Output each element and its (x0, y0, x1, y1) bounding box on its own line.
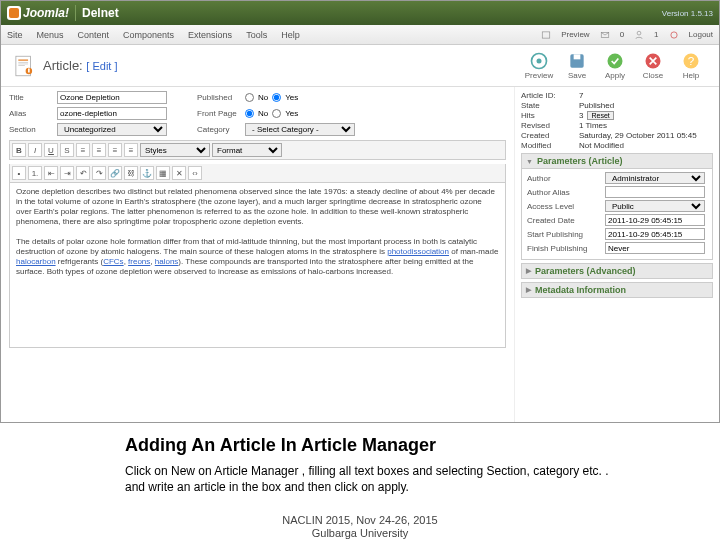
hits-value: 3 (579, 111, 583, 120)
svg-rect-0 (542, 31, 550, 37)
svg-point-15 (608, 54, 623, 69)
reset-hits-button[interactable]: Reset (587, 111, 613, 120)
editor-toolbar: B I U S ≡ ≡ ≡ ≡ Styles Format (9, 140, 506, 160)
strike-button[interactable]: S (60, 143, 74, 157)
site-name: Delnet (82, 6, 119, 20)
article-paragraph: Ozone depletion describes two distinct b… (16, 187, 499, 227)
category-label: Category (197, 125, 239, 134)
author-alias-input[interactable] (605, 186, 705, 198)
page-header: Article: [ Edit ] Preview Save Apply Clo… (1, 45, 719, 87)
format-select[interactable]: Format (212, 143, 282, 157)
alias-label: Alias (9, 109, 51, 118)
revised-value: 1 Times (579, 121, 607, 130)
page-title: Article: [ Edit ] (43, 58, 118, 73)
section-select[interactable]: Uncategorized (57, 123, 167, 136)
redo-button[interactable]: ↷ (92, 166, 106, 180)
action-toolbar: Preview Save Apply Close ?Help (521, 51, 709, 80)
editor-toolbar-2: • 1. ⇤ ⇥ ↶ ↷ 🔗 ⛓ ⚓ ▦ ✕ ‹› (9, 164, 506, 183)
published-no[interactable] (245, 93, 254, 102)
published-yes[interactable] (272, 93, 281, 102)
menu-tools[interactable]: Tools (246, 30, 267, 40)
finishpub-input[interactable] (605, 242, 705, 254)
menu-content[interactable]: Content (78, 30, 110, 40)
close-button[interactable]: Close (635, 51, 671, 80)
svg-rect-10 (28, 68, 30, 72)
createddate-label: Created Date (527, 216, 605, 225)
access-label: Access Level (527, 202, 605, 211)
chevron-down-icon: ▼ (526, 158, 533, 165)
logout-icon (669, 30, 679, 40)
help-button[interactable]: ?Help (673, 51, 709, 80)
menubar: Site Menus Content Components Extensions… (1, 25, 719, 45)
modified-label: Modified (521, 141, 579, 150)
bold-button[interactable]: B (12, 143, 26, 157)
align-left-button[interactable]: ≡ (76, 143, 90, 157)
number-list-button[interactable]: 1. (28, 166, 42, 180)
editor-textarea[interactable]: Ozone depletion describes two distinct b… (9, 183, 506, 348)
articleid-value: 7 (579, 91, 583, 100)
svg-point-12 (537, 59, 542, 64)
cleanup-button[interactable]: ✕ (172, 166, 186, 180)
alias-input[interactable] (57, 107, 167, 120)
link-halocarbon[interactable]: halocarbon (16, 257, 56, 266)
indent-button[interactable]: ⇥ (60, 166, 74, 180)
image-button[interactable]: ▦ (156, 166, 170, 180)
startpub-input[interactable] (605, 228, 705, 240)
align-right-button[interactable]: ≡ (108, 143, 122, 157)
createddate-input[interactable] (605, 214, 705, 226)
bullet-list-button[interactable]: • (12, 166, 26, 180)
menu-site[interactable]: Site (7, 30, 23, 40)
undo-button[interactable]: ↶ (76, 166, 90, 180)
messages-count[interactable]: 0 (620, 30, 624, 39)
brand-separator (75, 5, 76, 21)
link-halons[interactable]: halons (155, 257, 179, 266)
svg-rect-5 (18, 59, 28, 60)
html-button[interactable]: ‹› (188, 166, 202, 180)
logout-link[interactable]: Logout (689, 30, 713, 39)
align-center-button[interactable]: ≡ (92, 143, 106, 157)
startpub-label: Start Publishing (527, 230, 605, 239)
outdent-button[interactable]: ⇤ (44, 166, 58, 180)
chevron-right-icon: ▶ (526, 286, 531, 294)
modified-value: Not Modified (579, 141, 624, 150)
joomla-admin-window: Joomla! Delnet Version 1.5.13 Site Menus… (0, 0, 720, 423)
access-select[interactable]: Public (605, 200, 705, 212)
users-count[interactable]: 1 (654, 30, 658, 39)
params-article-header[interactable]: ▼Parameters (Article) (521, 153, 713, 169)
category-select[interactable]: - Select Category - (245, 123, 355, 136)
menu-menus[interactable]: Menus (37, 30, 64, 40)
underline-button[interactable]: U (44, 143, 58, 157)
author-alias-label: Author Alias (527, 188, 605, 197)
frontpage-no[interactable] (245, 109, 254, 118)
unlink-button[interactable]: ⛓ (124, 166, 138, 180)
title-label: Title (9, 93, 51, 102)
link-freons[interactable]: freons (128, 257, 150, 266)
italic-button[interactable]: I (28, 143, 42, 157)
preview-button[interactable]: Preview (521, 51, 557, 80)
svg-rect-7 (18, 63, 28, 64)
preview-icon (541, 30, 551, 40)
params-advanced-header[interactable]: ▶Parameters (Advanced) (521, 263, 713, 279)
align-justify-button[interactable]: ≡ (124, 143, 138, 157)
created-value: Saturday, 29 October 2011 05:45 (579, 131, 697, 140)
menu-extensions[interactable]: Extensions (188, 30, 232, 40)
link-cfcs[interactable]: CFCs (103, 257, 123, 266)
apply-button[interactable]: Apply (597, 51, 633, 80)
link-photodissociation[interactable]: photodissociation (387, 247, 449, 256)
preview-link[interactable]: Preview (561, 30, 589, 39)
metadata-info-header[interactable]: ▶Metadata Information (521, 282, 713, 298)
styles-select[interactable]: Styles (140, 143, 210, 157)
sidebar: Article ID:7 StatePublished Hits3Reset R… (514, 87, 719, 422)
author-select[interactable]: Administrator (605, 172, 705, 184)
joomla-logo: Joomla! (7, 6, 69, 20)
params-article-body: AuthorAdministrator Author Alias Access … (521, 169, 713, 260)
menu-components[interactable]: Components (123, 30, 174, 40)
published-label: Published (197, 93, 239, 102)
title-input[interactable] (57, 91, 167, 104)
frontpage-yes[interactable] (272, 109, 281, 118)
anchor-button[interactable]: ⚓ (140, 166, 154, 180)
menu-help[interactable]: Help (281, 30, 300, 40)
link-button[interactable]: 🔗 (108, 166, 122, 180)
save-button[interactable]: Save (559, 51, 595, 80)
article-page-icon (11, 53, 37, 79)
